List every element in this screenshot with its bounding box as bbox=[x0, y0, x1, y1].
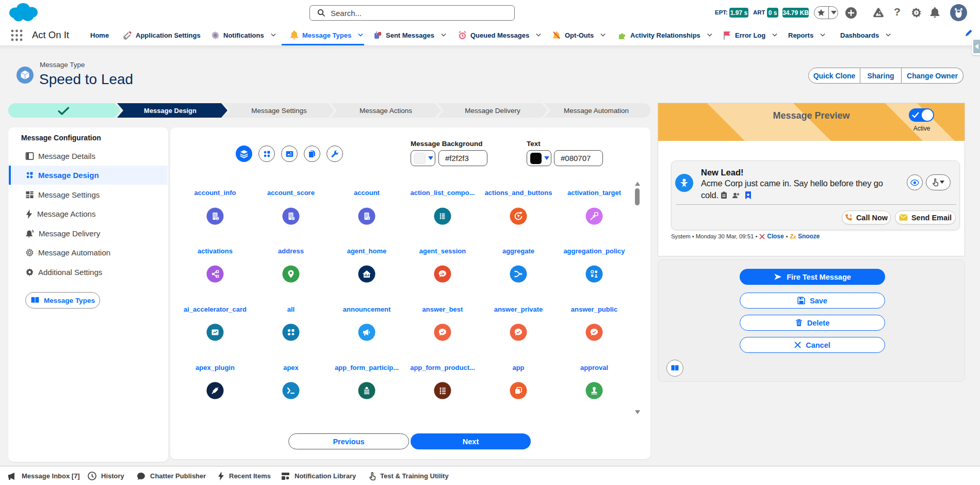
svg-text:Message Settings: Message Settings bbox=[251, 107, 307, 115]
svg-text:Message Design: Message Design bbox=[144, 107, 197, 115]
svg-text:Message Automation: Message Automation bbox=[564, 107, 629, 115]
svg-text:Message Delivery: Message Delivery bbox=[465, 107, 520, 115]
svg-text:Message Actions: Message Actions bbox=[360, 107, 412, 115]
